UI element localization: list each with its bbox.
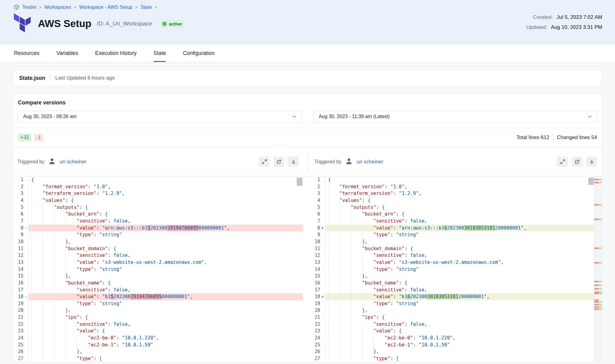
tab-resources[interactable]: Resources bbox=[14, 45, 39, 62]
code-line: 3"terraform_version": "1.2.9", bbox=[13, 190, 303, 197]
indent-guide bbox=[31, 314, 43, 321]
download-icon bbox=[589, 159, 594, 164]
code-line: 13"value": "s3-website-us-west-2.amazona… bbox=[310, 259, 594, 266]
scrollbar-thumb[interactable] bbox=[588, 178, 594, 185]
code-line: 11"bucket_domain": { bbox=[310, 245, 594, 252]
code-line: 13"value": "s3-website-us-west-2.amazona… bbox=[13, 259, 303, 266]
diff-sign bbox=[320, 300, 325, 307]
code-line: 16"bucket_name": { bbox=[13, 280, 303, 287]
tab-state[interactable]: State bbox=[154, 45, 166, 62]
indent-guide bbox=[65, 348, 77, 355]
indent-guide bbox=[362, 342, 373, 349]
code-line: 27"type": [ bbox=[13, 355, 303, 362]
indent-guide bbox=[328, 225, 339, 232]
breadcrumb-item[interactable]: Workspaces bbox=[44, 5, 71, 10]
scrollbar-thumb[interactable] bbox=[297, 178, 302, 186]
diff-sign bbox=[23, 238, 28, 245]
indent-guide bbox=[54, 328, 65, 335]
open-external-button[interactable] bbox=[273, 157, 284, 167]
code-line: 25"ec2-be-1": "10.0.1.59" bbox=[13, 342, 303, 349]
triggered-by-user[interactable]: uri scheiner bbox=[60, 159, 86, 165]
state-file-updated: Last Updated 6 hours ago bbox=[55, 75, 115, 81]
breadcrumb-item[interactable]: State bbox=[140, 5, 152, 10]
breadcrumb-item[interactable]: Testim bbox=[22, 5, 36, 10]
line-number: 7 bbox=[13, 218, 23, 225]
code-line: 5"outputs": { bbox=[310, 204, 594, 211]
indent-guide bbox=[339, 280, 350, 287]
code-line: 24"ec2-be-0": "10.0.1.220", bbox=[13, 335, 303, 342]
indent-guide bbox=[339, 266, 350, 273]
line-number: 6 bbox=[13, 211, 23, 218]
indent-guide bbox=[54, 245, 65, 252]
indent-guide bbox=[54, 307, 65, 314]
diff-sign bbox=[320, 307, 325, 314]
indent-guide bbox=[43, 204, 54, 211]
indent-guide bbox=[54, 280, 65, 287]
line-number: 19 bbox=[13, 300, 23, 307]
panel-gap bbox=[303, 176, 310, 362]
indent-guide bbox=[328, 204, 339, 211]
tab-configuration[interactable]: Configuration bbox=[183, 45, 214, 62]
chevron-down-icon bbox=[292, 115, 296, 118]
expand-button[interactable] bbox=[259, 157, 270, 167]
line-number: 21 bbox=[310, 314, 320, 321]
main-content: State.json Last Updated 6 hours ago Comp… bbox=[0, 62, 615, 362]
line-number: 16 bbox=[310, 280, 320, 287]
tab-execution-history[interactable]: Execution History bbox=[95, 45, 136, 62]
indent-guide bbox=[43, 342, 54, 349]
version-select-right[interactable]: Aug 30, 2023 - 11:39 am (Latest) bbox=[314, 111, 597, 122]
indent-guide bbox=[31, 204, 43, 211]
diff-editors: 1{2"format_version": "1.0",3"terraform_v… bbox=[13, 176, 602, 362]
indent-guide bbox=[351, 287, 362, 294]
download-button[interactable] bbox=[288, 157, 299, 167]
line-number: 24 bbox=[310, 335, 320, 342]
additions-badge: +32 bbox=[18, 134, 32, 141]
indent-guide bbox=[328, 314, 339, 321]
open-external-button[interactable] bbox=[572, 157, 583, 167]
indent-guide bbox=[31, 211, 43, 218]
indent-guide bbox=[351, 211, 362, 218]
diff-mark bbox=[594, 182, 602, 183]
line-number: 6 bbox=[310, 211, 320, 218]
indent-guide bbox=[328, 287, 339, 294]
expand-button[interactable] bbox=[557, 157, 568, 167]
indent-guide bbox=[54, 355, 65, 362]
line-number: 3 bbox=[310, 190, 320, 197]
code-line: 21"ips": { bbox=[13, 314, 303, 321]
updated-label: Updated: bbox=[526, 24, 547, 30]
changed-lines: Changed lines 54 bbox=[557, 134, 597, 141]
code-line: 18+"value": "b16202308301838531812000000… bbox=[310, 293, 594, 300]
diff-mark bbox=[594, 204, 602, 206]
indent-guide bbox=[31, 245, 43, 252]
code-line: 23"value": { bbox=[310, 328, 594, 335]
code-line: 1{ bbox=[310, 176, 594, 183]
indent-guide bbox=[339, 273, 350, 280]
code-line: 23"value": { bbox=[13, 328, 303, 335]
line-number: 3 bbox=[13, 190, 23, 197]
indent-guide bbox=[339, 259, 350, 266]
tab-variables[interactable]: Variables bbox=[56, 45, 78, 62]
indent-guide bbox=[373, 342, 384, 349]
indent-guide bbox=[31, 183, 43, 190]
breadcrumb-item[interactable]: Workspace - AWS Setup bbox=[79, 5, 132, 10]
triggered-by-user[interactable]: uri scheiner bbox=[357, 159, 383, 165]
line-number: 25 bbox=[310, 342, 320, 349]
indent-guide bbox=[31, 321, 43, 328]
line-number: 26 bbox=[310, 348, 320, 355]
indent-guide bbox=[339, 293, 350, 300]
user-avatar-icon bbox=[345, 157, 353, 166]
indent-guide bbox=[328, 218, 339, 225]
triggered-by-label: Triggered by bbox=[314, 159, 341, 165]
indent-guide bbox=[43, 218, 54, 225]
divider bbox=[50, 74, 50, 82]
indent-guide bbox=[328, 183, 339, 190]
download-button[interactable] bbox=[586, 157, 597, 167]
indent-guide bbox=[351, 231, 362, 238]
indent-guide bbox=[362, 355, 373, 362]
code-line: 17"sensitive": false, bbox=[13, 287, 303, 294]
diff-sign bbox=[320, 245, 325, 252]
version-select-left[interactable]: Aug 30, 2023 - 09:26 am bbox=[18, 111, 302, 122]
indent-guide bbox=[31, 225, 43, 232]
line-number: 9 bbox=[310, 231, 320, 238]
code-line: 16"bucket_name": { bbox=[310, 280, 594, 287]
